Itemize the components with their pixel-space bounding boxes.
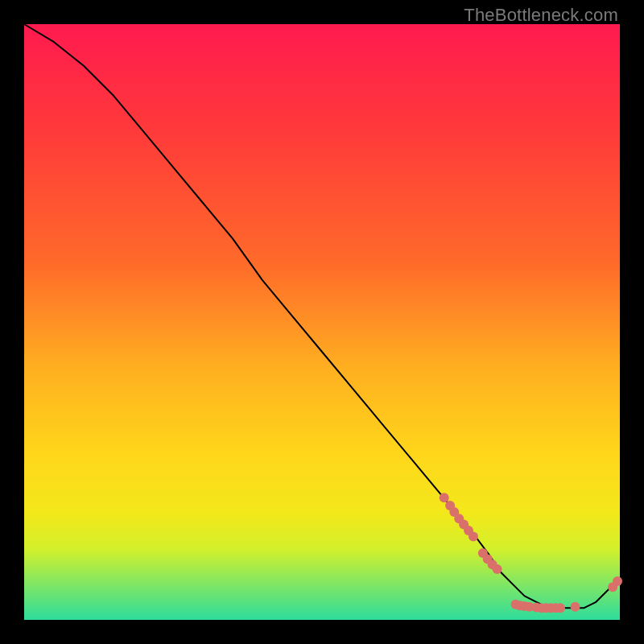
chart-frame: TheBottleneck.com (0, 0, 644, 644)
marker-marker-cluster-mid (493, 564, 502, 574)
marker-marker-cluster-upper (440, 493, 449, 502)
marker-marker-cluster-bottom (571, 602, 580, 612)
chart-overlay (24, 24, 620, 620)
marker-marker-cluster-bottom (555, 603, 565, 613)
plot-area (24, 24, 620, 620)
watermark-text: TheBottleneck.com (464, 5, 618, 26)
marker-marker-cluster-upper (469, 531, 478, 541)
curve-bottleneck-curve (24, 24, 620, 608)
marker-marker-tail (613, 576, 622, 586)
